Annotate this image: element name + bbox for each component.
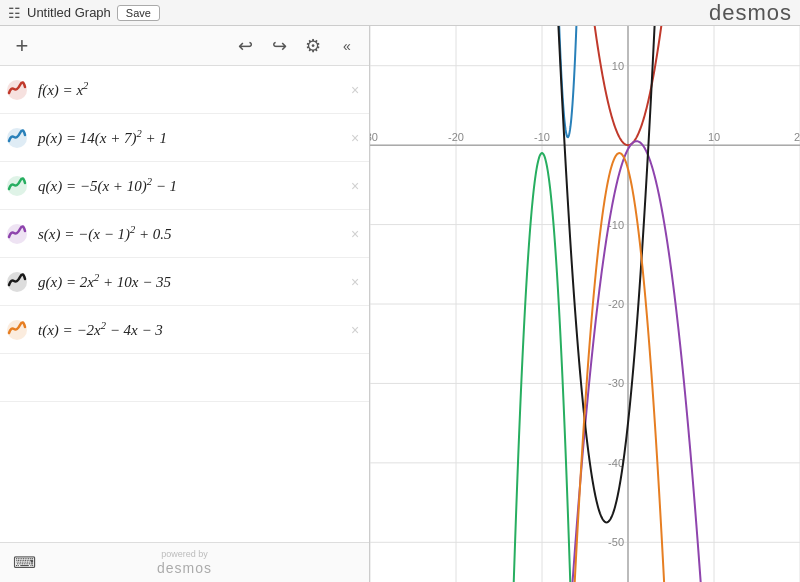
expression-icon <box>0 223 34 245</box>
delete-expression-button[interactable]: × <box>341 268 369 296</box>
desmos-footer-logo: desmos <box>157 560 212 577</box>
topbar-title: Untitled Graph <box>27 5 111 20</box>
delete-expression-button[interactable]: × <box>341 172 369 200</box>
expression-icon <box>0 271 34 293</box>
add-expression-button[interactable]: + <box>8 32 36 60</box>
topbar-left: ☷ Untitled Graph Save <box>8 5 160 21</box>
expression-list: f(x) = x2× p(x) = 14(x + 7)2 + 1× q(x) =… <box>0 66 369 542</box>
empty-expression-row[interactable] <box>0 354 369 402</box>
left-panel: + ↩ ↪ ⚙ « f(x) = x2× p(x) = 14(x + 7)2 +… <box>0 26 370 582</box>
expression-formula[interactable]: s(x) = −(x − 1)2 + 0.5 <box>34 222 341 245</box>
graph-area[interactable] <box>370 26 800 582</box>
expression-formula[interactable]: q(x) = −5(x + 10)2 − 1 <box>34 174 341 197</box>
expression-formula[interactable]: t(x) = −2x2 − 4x − 3 <box>34 318 341 341</box>
delete-expression-button[interactable]: × <box>341 76 369 104</box>
graph-icon: ☷ <box>8 5 21 21</box>
desmos-logo: desmos <box>709 0 792 26</box>
delete-expression-button[interactable]: × <box>341 124 369 152</box>
powered-by: powered by desmos <box>157 549 212 577</box>
expression-row[interactable]: t(x) = −2x2 − 4x − 3× <box>0 306 369 354</box>
expression-formula[interactable]: g(x) = 2x2 + 10x − 35 <box>34 270 341 293</box>
expression-formula[interactable]: f(x) = x2 <box>34 78 341 101</box>
graph-canvas <box>370 26 800 582</box>
expression-icon <box>0 319 34 341</box>
expression-icon <box>0 175 34 197</box>
expression-row[interactable]: g(x) = 2x2 + 10x − 35× <box>0 258 369 306</box>
expression-row[interactable]: s(x) = −(x − 1)2 + 0.5× <box>0 210 369 258</box>
save-button[interactable]: Save <box>117 5 160 21</box>
topbar: ☷ Untitled Graph Save desmos <box>0 0 800 26</box>
keyboard-button[interactable]: ⌨ <box>10 549 38 577</box>
collapse-button[interactable]: « <box>333 32 361 60</box>
panel-footer: ⌨ powered by desmos <box>0 542 369 582</box>
expression-row[interactable]: f(x) = x2× <box>0 66 369 114</box>
redo-button[interactable]: ↪ <box>265 32 293 60</box>
delete-expression-button[interactable]: × <box>341 220 369 248</box>
expression-row[interactable]: q(x) = −5(x + 10)2 − 1× <box>0 162 369 210</box>
expression-row[interactable]: p(x) = 14(x + 7)2 + 1× <box>0 114 369 162</box>
undo-button[interactable]: ↩ <box>231 32 259 60</box>
expression-icon <box>0 79 34 101</box>
expression-icon <box>0 127 34 149</box>
expression-formula[interactable]: p(x) = 14(x + 7)2 + 1 <box>34 126 341 149</box>
main-layout: + ↩ ↪ ⚙ « f(x) = x2× p(x) = 14(x + 7)2 +… <box>0 26 800 582</box>
settings-button[interactable]: ⚙ <box>299 32 327 60</box>
delete-expression-button[interactable]: × <box>341 316 369 344</box>
toolbar: + ↩ ↪ ⚙ « <box>0 26 369 66</box>
